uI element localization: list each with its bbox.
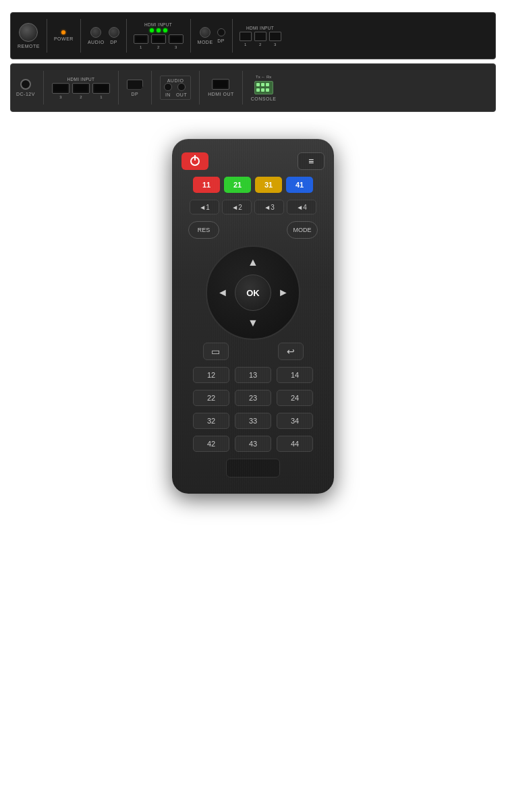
hdmi-out-label: HDMI OUT bbox=[208, 92, 234, 96]
remote-label: REMOTE bbox=[18, 44, 40, 49]
hdmi-led-1 bbox=[150, 28, 154, 32]
audio-in-jack bbox=[164, 83, 172, 91]
console-pin-4 bbox=[256, 88, 260, 92]
panel-bottom: DC-12V HDMI INPUT 3 2 1 bbox=[10, 63, 496, 112]
dc-port bbox=[20, 79, 31, 90]
hdmi-input-right: HDMI INPUT 1 2 3 bbox=[240, 26, 281, 47]
rj45-2 bbox=[254, 32, 266, 41]
input-11-button[interactable]: 11 bbox=[193, 177, 220, 193]
remote-section: REMOTE bbox=[18, 23, 40, 49]
dp-bottom-port bbox=[127, 80, 143, 90]
dp-bottom-label: DP bbox=[132, 92, 139, 96]
btn-23[interactable]: 23 bbox=[235, 390, 271, 406]
grid-row-3: 32 33 34 bbox=[181, 413, 325, 429]
mode-label: MODE bbox=[198, 40, 213, 45]
hdmi-input-right-label: HDMI INPUT bbox=[246, 26, 274, 30]
hdmi-bottom-2 bbox=[72, 83, 90, 94]
divider-b1 bbox=[43, 71, 44, 105]
hdmi-out-section: HDMI OUT bbox=[208, 79, 234, 96]
audio-in-label: IN bbox=[165, 92, 171, 97]
console-pin-2 bbox=[261, 83, 264, 86]
dp-label: DP bbox=[110, 40, 117, 45]
dpad: ▲ ▼ ◄ ► OK bbox=[206, 245, 300, 340]
btn-14[interactable]: 14 bbox=[277, 367, 313, 383]
dpad-down[interactable]: ▼ bbox=[243, 313, 263, 333]
btn-32[interactable]: 32 bbox=[193, 413, 229, 429]
btn-44[interactable]: 44 bbox=[277, 436, 313, 452]
rj45-3 bbox=[269, 32, 281, 41]
dp-knob bbox=[109, 27, 119, 38]
dp-section-top: DP bbox=[109, 27, 119, 45]
audio-label: AUDIO bbox=[88, 40, 105, 45]
mode-section: MODE bbox=[198, 27, 213, 45]
hdmi-input-bottom: HDMI INPUT 3 2 1 bbox=[52, 77, 110, 99]
input-41-button[interactable]: 41 bbox=[286, 177, 313, 193]
btn-13[interactable]: 13 bbox=[235, 367, 271, 383]
divider-5 bbox=[232, 19, 233, 53]
back-button[interactable]: ↩ bbox=[278, 343, 304, 360]
audio-bottom-label: AUDIO bbox=[167, 78, 184, 83]
hdmi-input-top-label: HDMI INPUT bbox=[144, 22, 172, 27]
dpad-up[interactable]: ▲ bbox=[243, 252, 263, 272]
ir-window bbox=[226, 459, 280, 477]
hdmi-input-bottom-label: HDMI INPUT bbox=[67, 77, 94, 82]
tx-rx-label: Tx ← Rx bbox=[256, 75, 271, 79]
divider-b5 bbox=[242, 71, 243, 105]
divider-b3 bbox=[151, 71, 152, 105]
back-icon: ↩ bbox=[287, 346, 295, 357]
grid-row-2: 22 23 24 bbox=[181, 390, 325, 406]
console-pin-6 bbox=[266, 88, 269, 92]
input-21-button[interactable]: 21 bbox=[224, 177, 251, 193]
vol-1-button[interactable]: ◄1 bbox=[190, 200, 219, 214]
rj45-1 bbox=[240, 32, 252, 41]
input-31-button[interactable]: 31 bbox=[255, 177, 282, 193]
settings-button[interactable]: ≡ bbox=[298, 152, 325, 170]
btn-42[interactable]: 42 bbox=[193, 436, 229, 452]
res-button[interactable]: RES bbox=[188, 221, 219, 239]
grid-row-1: 12 13 14 bbox=[181, 367, 325, 383]
remote-wrapper: ≡ 11 21 31 41 ◄1 ◄2 bbox=[172, 139, 334, 494]
hdmi-led-3 bbox=[163, 28, 167, 32]
audio-section-top: AUDIO bbox=[88, 27, 105, 45]
console-label: CONSOLE bbox=[251, 96, 277, 101]
power-button[interactable] bbox=[181, 152, 208, 170]
hdmi-port-1 bbox=[134, 34, 148, 44]
vol-4-button[interactable]: ◄4 bbox=[287, 200, 316, 214]
audio-section-bottom: AUDIO IN OUT bbox=[160, 76, 191, 100]
dpad-ok[interactable]: OK bbox=[235, 274, 271, 311]
dp2-port bbox=[217, 28, 225, 36]
dc-label: DC-12V bbox=[16, 92, 35, 96]
audio-out-label: OUT bbox=[176, 92, 187, 97]
audio-knob bbox=[90, 27, 101, 38]
btn-43[interactable]: 43 bbox=[235, 436, 271, 452]
remote-knob bbox=[19, 23, 38, 42]
console-pin-3 bbox=[266, 83, 269, 86]
power-section: POWER bbox=[54, 30, 74, 41]
power-label: POWER bbox=[54, 36, 74, 41]
power-led bbox=[61, 30, 65, 34]
vol-2-button[interactable]: ◄2 bbox=[222, 200, 252, 214]
divider-3 bbox=[126, 19, 127, 53]
menu-button[interactable]: ▭ bbox=[203, 343, 229, 360]
dpad-right[interactable]: ► bbox=[273, 283, 293, 303]
divider-b4 bbox=[199, 71, 200, 105]
btn-22[interactable]: 22 bbox=[193, 390, 229, 406]
dpad-ring[interactable]: ▲ ▼ ◄ ► OK bbox=[206, 245, 300, 340]
btn-24[interactable]: 24 bbox=[277, 390, 313, 406]
btn-12[interactable]: 12 bbox=[193, 367, 229, 383]
mode-button[interactable]: MODE bbox=[287, 221, 318, 239]
vol-3-button[interactable]: ◄3 bbox=[254, 200, 284, 214]
menu-icon: ▭ bbox=[211, 346, 220, 357]
btn-33[interactable]: 33 bbox=[235, 413, 271, 429]
hdmi-input-top: HDMI INPUT 1 2 3 bbox=[134, 22, 184, 49]
divider-b2 bbox=[118, 71, 119, 105]
res-mode-row: RES MODE bbox=[181, 221, 325, 239]
power-icon bbox=[190, 156, 200, 166]
dpad-left[interactable]: ◄ bbox=[213, 283, 233, 303]
hdmi-bottom-3 bbox=[52, 83, 69, 94]
settings-icon: ≡ bbox=[308, 156, 314, 167]
btn-34[interactable]: 34 bbox=[277, 413, 313, 429]
divider-2 bbox=[80, 19, 81, 53]
hdmi-bottom-1 bbox=[92, 83, 110, 94]
power-row: ≡ bbox=[181, 152, 325, 170]
